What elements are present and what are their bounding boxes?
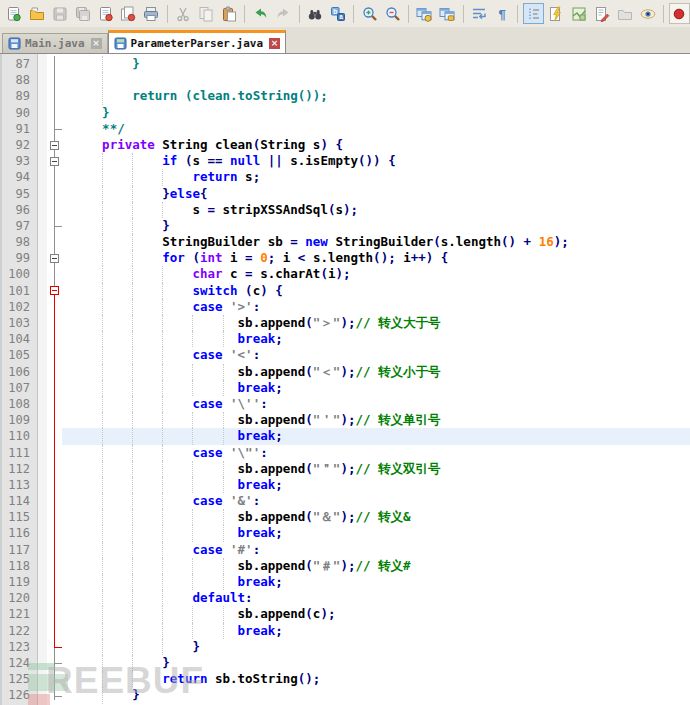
- indent-guide: [162, 574, 163, 590]
- toolbar-separator: [463, 5, 464, 23]
- indent-guide: [162, 331, 163, 347]
- indent-guide: [132, 542, 133, 558]
- code-line: sb.append("＇");// 转义单引号: [62, 412, 690, 428]
- indent-guide: [223, 331, 224, 347]
- zoom-in-button[interactable]: [359, 3, 380, 24]
- save-button[interactable]: [50, 3, 71, 24]
- redo-button[interactable]: [273, 3, 294, 24]
- close-button[interactable]: [95, 3, 116, 24]
- code-line: [62, 72, 690, 88]
- folder-as-workspace-button[interactable]: [614, 3, 635, 24]
- indent-guide: [102, 623, 103, 639]
- indent-guide: [102, 169, 103, 185]
- editor[interactable]: 8788899091929394959697989910010110210310…: [0, 54, 690, 705]
- fold-margin[interactable]: [47, 54, 62, 705]
- indent-guide: [223, 412, 224, 428]
- indent-guide: [102, 202, 103, 218]
- indent-guide: [102, 574, 103, 590]
- line-number: 95: [2, 186, 37, 202]
- indent-guide-button[interactable]: [523, 3, 544, 24]
- fold-end-tick: [54, 696, 62, 697]
- zoom-out-button[interactable]: [382, 3, 403, 24]
- indent-guide: [102, 428, 103, 444]
- tab-close-button[interactable]: ×: [269, 38, 280, 49]
- indent-guide: [102, 153, 103, 169]
- paste-button[interactable]: [218, 3, 239, 24]
- fold-collapse-marker[interactable]: [50, 157, 59, 166]
- document-map-button[interactable]: [569, 3, 590, 24]
- sync-horizontal-scroll-button[interactable]: [437, 3, 458, 24]
- new-file-button[interactable]: [4, 3, 25, 24]
- indent-guide: [132, 202, 133, 218]
- line-number: 124: [2, 655, 37, 671]
- code-line: case '<':: [62, 347, 690, 363]
- cut-button[interactable]: [173, 3, 194, 24]
- indent-guide: [102, 525, 103, 541]
- code-area[interactable]: } return (clean.toString()); } **/ priva…: [62, 54, 690, 705]
- indent-guide: [102, 396, 103, 412]
- line-number: 89: [2, 88, 37, 104]
- undo-button[interactable]: [250, 3, 271, 24]
- indent-guide: [132, 218, 133, 234]
- zoomin-icon: [362, 6, 378, 22]
- tab-close-button[interactable]: ×: [91, 38, 102, 49]
- indent-guide: [102, 542, 103, 558]
- indent-guide: [192, 574, 193, 590]
- fold-collapse-marker[interactable]: [50, 286, 59, 295]
- indent-guide: [132, 396, 133, 412]
- code-line: if (s == null || s.isEmpty()) {: [62, 153, 690, 169]
- indent-guide: [192, 477, 193, 493]
- fold-collapse-marker[interactable]: [50, 141, 59, 150]
- close-all-button[interactable]: [118, 3, 139, 24]
- function-list-button[interactable]: [592, 3, 613, 24]
- code-line: private String clean(String s) {: [62, 137, 690, 153]
- line-number: 117: [2, 542, 37, 558]
- user-defined-language-button[interactable]: [546, 3, 567, 24]
- showall-icon: ¶: [494, 6, 510, 22]
- line-number: 104: [2, 331, 37, 347]
- find-button[interactable]: [305, 3, 326, 24]
- synch-icon: [439, 6, 455, 22]
- tab-parameterparser-java[interactable]: ParameterParser.java×: [108, 30, 286, 54]
- open-file-button[interactable]: [27, 3, 48, 24]
- toolbar-separator: [299, 5, 300, 23]
- replace-button[interactable]: ba: [328, 3, 349, 24]
- line-number: 113: [2, 477, 37, 493]
- indent-guide: [192, 412, 193, 428]
- show-all-characters-button[interactable]: ¶: [491, 3, 512, 24]
- fold-collapse-marker[interactable]: [50, 254, 59, 263]
- line-number: 115: [2, 509, 37, 525]
- bookmark-margin[interactable]: [38, 54, 47, 705]
- word-wrap-button[interactable]: [469, 3, 490, 24]
- find-icon: [307, 6, 323, 22]
- line-number: 90: [2, 105, 37, 121]
- indent-guide: [132, 671, 133, 687]
- sync-vertical-scroll-button[interactable]: [414, 3, 435, 24]
- indent-guide: [102, 250, 103, 266]
- code-line: }: [62, 687, 690, 703]
- code-line: sb.append(c);: [62, 606, 690, 622]
- code-line: case '\'':: [62, 396, 690, 412]
- eye-icon: [640, 6, 656, 22]
- indent-guide: [162, 315, 163, 331]
- indent-guide: [162, 299, 163, 315]
- indent-guide: [162, 493, 163, 509]
- record-macro-button[interactable]: [669, 3, 690, 24]
- indent-guide: [162, 461, 163, 477]
- code-line: default:: [62, 590, 690, 606]
- monitoring-button[interactable]: [637, 3, 658, 24]
- indent-guide: [162, 509, 163, 525]
- line-number: 87: [2, 56, 37, 72]
- tab-main-java[interactable]: Main.java×: [2, 33, 108, 53]
- copy-button[interactable]: [195, 3, 216, 24]
- indent-guide: [132, 266, 133, 282]
- indent-guide: [132, 299, 133, 315]
- code-line: break;: [62, 477, 690, 493]
- code-line: break;: [62, 623, 690, 639]
- svg-text:b: b: [333, 7, 337, 14]
- tab-bar: Main.java×ParameterParser.java×: [0, 27, 690, 54]
- indent-icon: [526, 6, 542, 22]
- line-number: 119: [2, 574, 37, 590]
- save-all-button[interactable]: [72, 3, 93, 24]
- print-button[interactable]: [141, 3, 162, 24]
